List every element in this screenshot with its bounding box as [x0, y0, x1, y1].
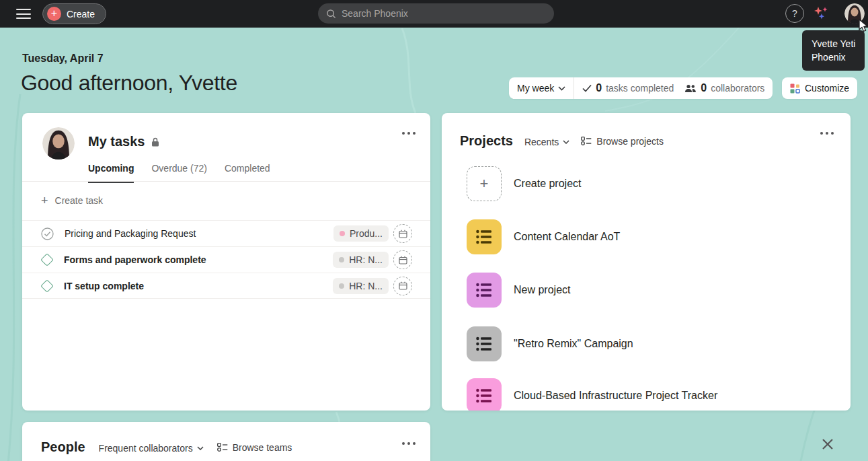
tag-label: HR: N... [349, 281, 383, 291]
create-task-button[interactable]: + Create task [41, 188, 103, 213]
task-list: Pricing and Packaging Request Produ... F… [22, 220, 430, 299]
project-tag[interactable]: HR: N... [333, 278, 389, 294]
chevron-down-icon [558, 86, 565, 91]
people-filter-label: Frequent collaborators [99, 443, 193, 454]
project-list-icon [467, 273, 502, 308]
my-tasks-title: My tasks [88, 134, 145, 149]
browse-projects-label: Browse projects [596, 136, 664, 147]
project-list-item[interactable]: Cloud-Based Infrastructure Project Track… [467, 378, 717, 411]
tasks-completed-label: tasks completed [606, 83, 674, 94]
tasks-completed-count: 0 [596, 82, 602, 94]
projects-menu-button[interactable] [818, 129, 836, 137]
browse-list-icon [581, 137, 592, 145]
calendar-icon [399, 281, 407, 290]
customize-button[interactable]: Customize [782, 77, 857, 99]
task-row[interactable]: Pricing and Packaging Request Produ... [22, 220, 430, 246]
project-tag[interactable]: Produ... [333, 225, 389, 242]
due-date-button[interactable] [393, 224, 412, 243]
collaborators-count: 0 [701, 82, 707, 94]
tag-color-dot [340, 231, 345, 236]
project-name: Content Calendar AoT [514, 231, 620, 243]
collaborators-icon [684, 84, 697, 93]
due-date-button[interactable] [393, 250, 412, 269]
tooltip-org-name: Phoenix [812, 50, 855, 64]
chevron-down-icon [197, 446, 204, 450]
tab-completed[interactable]: Completed [225, 163, 270, 183]
tag-color-dot [339, 257, 344, 262]
task-name[interactable]: Forms and paperwork complete [64, 254, 206, 265]
create-project-button[interactable]: + Create project [467, 166, 582, 201]
project-list-icon [467, 219, 502, 254]
projects-filter-label: Recents [524, 137, 559, 147]
sidebar-toggle-icon[interactable] [16, 9, 31, 19]
customize-button-label: Customize [805, 83, 849, 94]
people-title: People [41, 439, 85, 455]
check-icon [582, 84, 592, 92]
collaborators-stat: 0 collaborators [682, 77, 773, 99]
people-menu-button[interactable] [399, 439, 418, 448]
tag-label: Produ... [350, 228, 383, 239]
task-name[interactable]: Pricing and Packaging Request [65, 228, 196, 239]
lock-icon [151, 137, 159, 147]
task-row[interactable]: IT setup complete HR: N... [22, 273, 430, 299]
project-name: Cloud-Based Infrastructure Project Track… [514, 390, 717, 402]
help-button[interactable]: ? [785, 4, 804, 23]
profile-tooltip: Yvette Yeti Phoenix [802, 30, 865, 71]
tab-overdue[interactable]: Overdue (72) [151, 163, 206, 183]
tasks-completed-stat: 0 tasks completed [574, 77, 682, 99]
browse-projects-button[interactable]: Browse projects [581, 136, 664, 147]
ai-sparkle-icon[interactable] [813, 5, 829, 22]
tag-label: HR: N... [349, 254, 383, 265]
calendar-icon [399, 229, 407, 238]
home-stats-bar: My week 0 tasks completed 0 collaborator… [509, 77, 773, 99]
task-check-icon[interactable] [41, 227, 54, 240]
tab-upcoming[interactable]: Upcoming [88, 163, 134, 183]
people-widget: People Frequent collaborators Browse tea… [22, 422, 430, 461]
my-tasks-avatar[interactable] [42, 127, 75, 159]
top-bar: + Create Search Phoenix ? [0, 0, 868, 28]
create-task-label: Create task [55, 195, 104, 206]
projects-filter-dropdown[interactable]: Recents [524, 137, 569, 147]
plus-icon: + [41, 194, 48, 208]
chevron-down-icon [563, 140, 569, 144]
project-list-icon [467, 378, 502, 411]
plus-circle-icon: + [47, 7, 61, 21]
customize-grid-icon [790, 83, 800, 94]
project-list-icon [467, 326, 502, 361]
project-list-item[interactable]: "Retro Remix" Campaign [467, 326, 633, 361]
projects-title: Projects [460, 133, 513, 149]
search-icon [326, 9, 336, 19]
date-heading: Tuesday, April 7 [22, 52, 104, 65]
task-name[interactable]: IT setup complete [64, 281, 144, 291]
collaborators-label: collaborators [711, 83, 764, 94]
my-tasks-menu-button[interactable] [399, 129, 418, 137]
plus-icon: + [467, 166, 502, 201]
close-icon[interactable] [820, 437, 835, 452]
search-placeholder: Search Phoenix [342, 8, 408, 19]
create-button-label: Create [67, 9, 95, 20]
mouse-cursor [858, 19, 868, 34]
project-list-item[interactable]: Content Calendar AoT [467, 219, 620, 254]
projects-widget: Projects Recents Browse projects + Creat… [442, 113, 851, 411]
week-selector-label: My week [517, 83, 554, 94]
task-row[interactable]: Forms and paperwork complete HR: N... [22, 246, 430, 273]
browse-teams-button[interactable]: Browse teams [217, 442, 292, 453]
project-name: New project [514, 284, 570, 296]
browse-list-icon [217, 443, 228, 452]
people-filter-dropdown[interactable]: Frequent collaborators [99, 443, 204, 454]
project-tag[interactable]: HR: N... [333, 252, 389, 268]
create-button[interactable]: + Create [42, 3, 106, 24]
tooltip-user-name: Yvette Yeti [812, 37, 855, 50]
due-date-button[interactable] [393, 277, 412, 295]
project-name: "Retro Remix" Campaign [514, 338, 633, 350]
milestone-diamond-icon[interactable] [40, 279, 54, 293]
project-list-item[interactable]: New project [467, 273, 570, 308]
milestone-diamond-icon[interactable] [40, 253, 54, 267]
week-selector-dropdown[interactable]: My week [509, 77, 574, 99]
search-input[interactable]: Search Phoenix [318, 3, 554, 24]
my-tasks-tabs: Upcoming Overdue (72) Completed [88, 163, 270, 183]
browse-teams-label: Browse teams [233, 442, 292, 453]
calendar-icon [399, 256, 407, 264]
create-project-label: Create project [514, 178, 582, 190]
greeting-heading: Good afternoon, Yvette [21, 71, 237, 96]
